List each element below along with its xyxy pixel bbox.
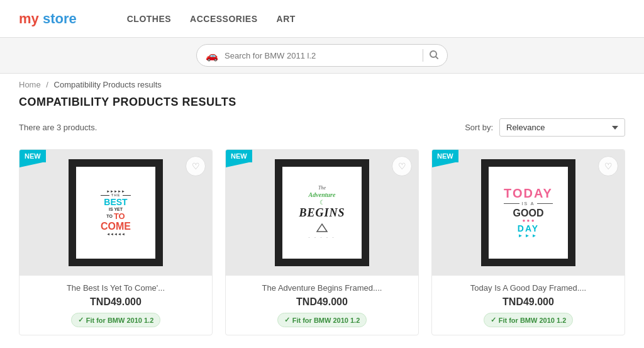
main-nav: CLOTHES ACCESSORIES ART	[127, 14, 296, 24]
breadcrumb: Home / Compatibility Products results	[0, 74, 644, 96]
poster-frame-3: TODAY IS A GOOD ● ● ● DAY ►►►	[481, 159, 575, 266]
poster2-content: The Adventure ☾ BEGINS - - - - -	[299, 185, 345, 240]
fit-label-3: Fit for BMW 2010 1.2	[499, 317, 567, 324]
search-input[interactable]	[225, 51, 416, 60]
search-divider	[423, 49, 423, 62]
product-image-2: NEW ♡ The Adventure ☾ BEGINS - - - - -	[226, 150, 418, 276]
product-price-3: TND49.000	[440, 296, 617, 308]
fit-check-icon-2: ✓	[284, 316, 290, 324]
results-bar: There are 3 products. Sort by: Relevance…	[19, 118, 625, 137]
wishlist-button-2[interactable]: ♡	[392, 156, 412, 176]
page-content: COMPATIBILITY PRODUCTS RESULTS There are…	[0, 96, 644, 348]
svg-line-1	[436, 57, 438, 59]
product-info-1: The Best Is Yet To Come'... TND49.000 ✓ …	[19, 276, 212, 335]
fit-check-icon-3: ✓	[491, 316, 496, 324]
breadcrumb-current: Compatibility Products results	[54, 80, 162, 89]
page-title: COMPATIBILITY PRODUCTS RESULTS	[19, 96, 625, 109]
fit-check-icon-1: ✓	[78, 316, 84, 324]
product-card-3[interactable]: NEW ♡ TODAY IS A GOOD ● ● ● DAY ►►►	[431, 149, 625, 335]
poster3-content: TODAY IS A GOOD ● ● ● DAY ►►►	[504, 186, 553, 239]
poster-frame-2: The Adventure ☾ BEGINS - - - - -	[275, 159, 369, 266]
fit-badge-1: ✓ Fit for BMW 2010 1.2	[71, 313, 161, 327]
search-bar-container: 🚗	[0, 38, 644, 74]
product-name-3: Today Is A Good Day Framed....	[440, 283, 617, 293]
fit-label-2: Fit for BMW 2010 1.2	[292, 317, 360, 324]
nav-item-clothes[interactable]: CLOTHES	[127, 14, 171, 24]
nav-item-accessories[interactable]: ACCESSORIES	[190, 14, 257, 24]
product-image-3: NEW ♡ TODAY IS A GOOD ● ● ● DAY ►►►	[432, 150, 625, 276]
car-icon: 🚗	[206, 50, 218, 62]
fit-badge-3: ✓ Fit for BMW 2010 1.2	[484, 313, 574, 327]
product-card-1[interactable]: NEW ♡ ►►►►► THE BEST IS YET TO	[19, 149, 213, 335]
product-price-1: TND49.000	[27, 296, 204, 308]
product-card-2[interactable]: NEW ♡ The Adventure ☾ BEGINS - - - - -	[225, 149, 419, 335]
product-info-3: Today Is A Good Day Framed.... TND49.000…	[432, 276, 625, 335]
results-count: There are 3 products.	[19, 123, 97, 132]
new-badge-3: NEW	[432, 150, 458, 162]
wishlist-button-1[interactable]: ♡	[186, 156, 206, 176]
search-bar: 🚗	[196, 44, 448, 67]
svg-marker-2	[317, 224, 327, 232]
sort-container: Sort by: Relevance Price: Low to High Pr…	[465, 118, 625, 137]
products-grid: NEW ♡ ►►►►► THE BEST IS YET TO	[19, 149, 625, 335]
product-price-2: TND49.000	[233, 296, 411, 308]
breadcrumb-home[interactable]: Home	[19, 80, 41, 89]
sort-select[interactable]: Relevance Price: Low to High Price: High…	[499, 118, 625, 137]
logo[interactable]: my store	[19, 11, 77, 27]
header: my store CLOTHES ACCESSORIES ART	[0, 0, 644, 38]
product-info-2: The Adventure Begins Framed.... TND49.00…	[226, 276, 418, 335]
logo-store: store	[43, 11, 77, 26]
search-icon[interactable]	[430, 50, 438, 61]
logo-my: my	[19, 11, 39, 26]
poster-frame-1: ►►►►► THE BEST IS YET TO TO COME	[69, 159, 163, 266]
fit-badge-2: ✓ Fit for BMW 2010 1.2	[277, 313, 367, 327]
new-badge-1: NEW	[19, 150, 46, 162]
product-name-1: The Best Is Yet To Come'...	[27, 283, 204, 293]
breadcrumb-separator: /	[46, 80, 48, 89]
new-badge-2: NEW	[226, 150, 252, 162]
fit-label-1: Fit for BMW 2010 1.2	[86, 317, 154, 324]
sort-label: Sort by:	[465, 123, 493, 132]
product-name-2: The Adventure Begins Framed....	[233, 283, 411, 293]
poster1-content: ►►►►► THE BEST IS YET TO TO COME	[101, 189, 131, 237]
wishlist-button-3[interactable]: ♡	[598, 156, 618, 176]
product-image-1: NEW ♡ ►►►►► THE BEST IS YET TO	[19, 150, 212, 276]
nav-item-art[interactable]: ART	[277, 14, 296, 24]
